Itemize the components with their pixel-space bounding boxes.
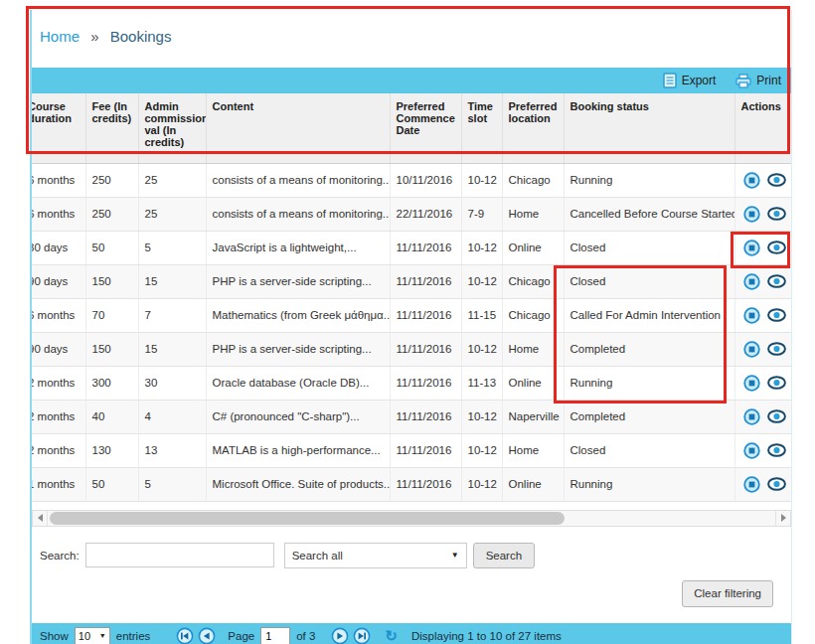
col-header-course-duration[interactable]: Course duration	[32, 93, 85, 163]
clear-filtering-button[interactable]: Clear filtering	[682, 580, 773, 607]
cell-time-slot: 10-12	[461, 163, 502, 197]
cell-booking-status: Called For Admin Intervention	[564, 298, 734, 332]
table-row: 2 months 130 13 MATLAB is a high-perform…	[32, 433, 791, 467]
view-eye-icon[interactable]	[767, 308, 786, 322]
details-icon[interactable]	[743, 172, 760, 189]
cell-admin-commission: 5	[138, 467, 206, 501]
view-eye-icon[interactable]	[767, 477, 786, 491]
cell-fee: 250	[85, 163, 138, 197]
cell-actions	[734, 197, 791, 231]
cell-fee: 150	[85, 332, 138, 366]
scrollbar-thumb[interactable]	[50, 512, 565, 525]
printer-icon	[735, 74, 751, 88]
cell-course-duration: 1 months	[32, 467, 85, 501]
cell-booking-status: Cancelled Before Course Started	[564, 197, 734, 231]
page-size-select[interactable]: 10 ▼	[75, 627, 110, 644]
cell-actions	[734, 332, 791, 366]
table-row: 2 months 40 4 C# (pronounced "C-sharp").…	[32, 400, 791, 433]
first-page-icon[interactable]	[176, 627, 194, 644]
cell-admin-commission: 4	[138, 400, 206, 433]
cell-admin-commission: 30	[138, 366, 206, 400]
cell-actions	[734, 433, 791, 467]
details-icon[interactable]	[743, 375, 760, 392]
table-body: 6 months 250 25 consists of a means of m…	[32, 163, 791, 501]
cell-booking-status: Running	[564, 366, 734, 400]
pagination-bar: Show 10 ▼ entries Page	[32, 623, 791, 644]
search-button[interactable]: Search	[473, 543, 535, 568]
cell-preferred-commence-date: 11/11/2016	[390, 264, 461, 298]
cell-booking-status: Closed	[564, 231, 734, 264]
view-eye-icon[interactable]	[767, 443, 786, 457]
page-number-input[interactable]	[260, 627, 290, 644]
view-eye-icon[interactable]	[767, 274, 786, 288]
cell-content: Microsoft Office. Suite of products...	[206, 467, 390, 501]
view-eye-icon[interactable]	[767, 241, 786, 254]
table-row: 6 months 70 7 Mathematics (from Greek μά…	[32, 298, 791, 332]
cell-admin-commission: 25	[138, 163, 206, 197]
breadcrumb: Home » Bookings	[32, 10, 791, 68]
search-filter-dropdown[interactable]: Search all ▼	[284, 543, 467, 568]
details-icon[interactable]	[743, 476, 760, 493]
table-row: 90 days 150 15 PHP is a server-side scri…	[32, 332, 791, 366]
details-icon[interactable]	[743, 273, 760, 290]
cell-content: consists of a means of monitoring...	[206, 197, 390, 231]
cell-fee: 70	[85, 298, 138, 332]
grid-toolbar: Export Print	[32, 68, 791, 93]
cell-content: Oracle database (Oracle DB)...	[206, 366, 390, 400]
col-header-time-slot[interactable]: Time slot	[461, 93, 502, 163]
details-icon[interactable]	[743, 408, 760, 425]
export-button[interactable]: Export	[663, 73, 717, 88]
view-eye-icon[interactable]	[767, 173, 786, 187]
breadcrumb-home-link[interactable]: Home	[40, 28, 80, 45]
details-icon[interactable]	[743, 206, 760, 223]
clear-filter-row: Clear filtering	[32, 580, 791, 607]
search-bar: Search: Search all ▼ Search	[32, 543, 791, 568]
cell-time-slot: 11-13	[461, 366, 502, 400]
col-header-preferred-location[interactable]: Preferred location	[502, 93, 564, 163]
details-icon[interactable]	[743, 442, 760, 459]
cell-preferred-commence-date: 11/11/2016	[390, 231, 461, 264]
cell-admin-commission: 15	[138, 332, 206, 366]
refresh-icon[interactable]: ↻	[385, 627, 398, 644]
view-eye-icon[interactable]	[767, 207, 786, 221]
cell-booking-status: Running	[564, 163, 734, 197]
view-eye-icon[interactable]	[767, 376, 786, 390]
cell-fee: 50	[85, 231, 138, 264]
cell-fee: 50	[85, 467, 138, 501]
scroll-left-arrow-icon[interactable]	[33, 511, 48, 526]
table-row: 90 days 150 15 PHP is a server-side scri…	[32, 264, 791, 298]
cell-time-slot: 7-9	[461, 197, 502, 231]
col-header-preferred-commence-date[interactable]: Preferred Commence Date	[390, 93, 461, 163]
details-icon[interactable]	[743, 341, 760, 358]
previous-page-icon[interactable]	[198, 627, 216, 644]
col-header-fee[interactable]: Fee (In credits)	[85, 93, 138, 163]
cell-admin-commission: 5	[138, 231, 206, 264]
cell-time-slot: 10-12	[461, 264, 502, 298]
details-icon[interactable]	[743, 307, 760, 324]
next-page-icon[interactable]	[331, 627, 349, 644]
col-header-content[interactable]: Content	[206, 93, 390, 163]
col-header-admin-commission[interactable]: Admin commission val (In credits)	[138, 93, 206, 163]
entries-label: entries	[116, 630, 151, 642]
col-header-booking-status[interactable]: Booking status	[564, 93, 734, 163]
print-button[interactable]: Print	[735, 74, 781, 88]
cell-preferred-location: Online	[502, 467, 564, 501]
table-row: 1 months 50 5 Microsoft Office. Suite of…	[32, 467, 791, 501]
bookings-table-viewport: Course duration Fee (In credits) Admin c…	[32, 93, 791, 502]
cell-actions	[734, 264, 791, 298]
cell-course-duration: 2 months	[32, 400, 85, 433]
search-input[interactable]	[85, 543, 274, 567]
cell-preferred-location: Chicago	[502, 264, 564, 298]
cell-course-duration: 90 days	[32, 264, 85, 298]
breadcrumb-separator: »	[90, 28, 98, 45]
scroll-right-arrow-icon[interactable]	[775, 511, 790, 526]
cell-admin-commission: 25	[138, 197, 206, 231]
horizontal-scrollbar[interactable]	[32, 510, 791, 527]
cell-admin-commission: 7	[138, 298, 206, 332]
last-page-icon[interactable]	[353, 627, 371, 644]
table-row: 6 months 250 25 consists of a means of m…	[32, 197, 791, 231]
cell-time-slot: 10-12	[461, 433, 502, 467]
view-eye-icon[interactable]	[767, 409, 786, 423]
details-icon[interactable]	[743, 240, 760, 256]
view-eye-icon[interactable]	[767, 342, 786, 356]
